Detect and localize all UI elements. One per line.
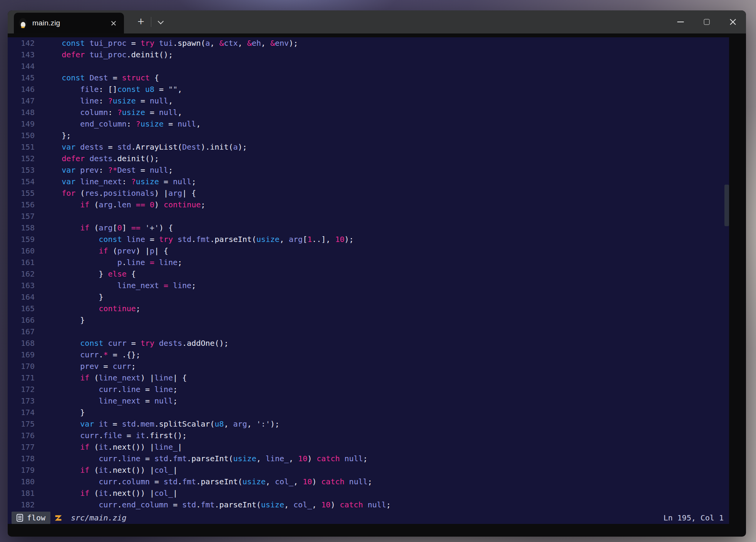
code-line[interactable]: 168 const curr = try dests.addOne();	[8, 337, 729, 349]
line-number: 175	[8, 418, 35, 430]
code-line[interactable]: 154 var line_next: ?usize = null;	[8, 176, 729, 187]
line-number: 151	[8, 141, 35, 153]
editor[interactable]: 142 const tui_proc = try tui.spawn(a, &c…	[8, 37, 729, 524]
flow-mode-label: flow	[27, 513, 45, 522]
line-number: 154	[8, 176, 35, 187]
code-line[interactable]: 170 prev = curr;	[8, 360, 729, 372]
line-number: 149	[8, 118, 35, 130]
code-line[interactable]: 157	[8, 210, 729, 222]
line-number: 142	[8, 37, 35, 49]
line-number: 177	[8, 441, 35, 453]
tab-title: main.zig	[32, 19, 60, 27]
code-line[interactable]: 143 defer tui_proc.deinit();	[8, 49, 729, 60]
line-number: 163	[8, 280, 35, 291]
line-number: 174	[8, 407, 35, 418]
code-line[interactable]: 163 line_next = line;	[8, 280, 729, 291]
line-number: 159	[8, 233, 35, 245]
code-line[interactable]: 178 curr.line = std.fmt.parseInt(usize, …	[8, 453, 729, 464]
line-number: 145	[8, 72, 35, 83]
code-line[interactable]: 142 const tui_proc = try tui.spawn(a, &c…	[8, 37, 729, 49]
tab-dropdown-button[interactable]	[154, 15, 168, 29]
code-line[interactable]: 173 line_next = null;	[8, 395, 729, 407]
maximize-icon	[704, 19, 710, 25]
code-line[interactable]: 180 curr.column = std.fmt.parseInt(usize…	[8, 476, 729, 487]
line-number: 165	[8, 303, 35, 314]
code-line[interactable]: 160 if (prev) |p| {	[8, 245, 729, 257]
line-number: 155	[8, 187, 35, 199]
statusbar: flow src/main.zig Ln 195, Col 1	[8, 512, 729, 524]
code-line[interactable]: 167	[8, 326, 729, 337]
code-line[interactable]: 145 const Dest = struct {	[8, 72, 729, 83]
zig-logo-icon	[54, 514, 62, 522]
line-number: 178	[8, 453, 35, 464]
line-number: 144	[8, 60, 35, 72]
line-number: 180	[8, 476, 35, 487]
line-number: 152	[8, 153, 35, 164]
tab-close-button[interactable]	[109, 18, 119, 28]
code-line[interactable]: 174 }	[8, 407, 729, 418]
line-number: 153	[8, 164, 35, 176]
minimize-icon	[677, 22, 684, 22]
line-number: 147	[8, 95, 35, 107]
cursor-position[interactable]: Ln 195, Col 1	[663, 513, 724, 522]
line-number: 173	[8, 395, 35, 407]
line-number: 182	[8, 499, 35, 510]
code-line[interactable]: 159 const line = try std.fmt.parseInt(us…	[8, 233, 729, 245]
code-line[interactable]: 176 curr.file = it.first();	[8, 430, 729, 441]
line-number: 146	[8, 83, 35, 95]
tab-main-zig[interactable]: main.zig	[14, 13, 124, 33]
line-number: 150	[8, 130, 35, 141]
code-line[interactable]: 177 if (it.next()) |line_|	[8, 441, 729, 453]
code-line[interactable]: 152 defer dests.deinit();	[8, 153, 729, 164]
code-line[interactable]: 171 if (line_next) |line| {	[8, 372, 729, 384]
new-tab-button[interactable]: +	[133, 14, 149, 30]
code-line[interactable]: 153 var prev: ?*Dest = null;	[8, 164, 729, 176]
terminal-window: main.zig + 142 const tui_proc = try tui.…	[8, 10, 746, 537]
code-line[interactable]: 155 for (res.positionals) |arg| {	[8, 187, 729, 199]
code-line[interactable]: 161 p.line = line;	[8, 257, 729, 268]
maximize-button[interactable]	[694, 10, 720, 33]
line-number: 179	[8, 464, 35, 476]
code-line[interactable]: 156 if (arg.len == 0) continue;	[8, 199, 729, 210]
line-number: 164	[8, 291, 35, 303]
line-number: 167	[8, 326, 35, 337]
scrollbar-thumb[interactable]	[724, 185, 729, 226]
titlebar[interactable]: main.zig +	[8, 10, 746, 33]
line-number: 166	[8, 314, 35, 326]
code-line[interactable]: 147 line: ?usize = null,	[8, 95, 729, 107]
code-line[interactable]: 144	[8, 60, 729, 72]
plus-icon: +	[137, 15, 144, 28]
code-line[interactable]: 158 if (arg[0] == '+') {	[8, 222, 729, 233]
line-number: 171	[8, 372, 35, 384]
line-number: 143	[8, 49, 35, 60]
code-line[interactable]: 175 var it = std.mem.splitScalar(u8, arg…	[8, 418, 729, 430]
code-line[interactable]: 169 curr.* = .{};	[8, 349, 729, 360]
code-area[interactable]: 142 const tui_proc = try tui.spawn(a, &c…	[8, 37, 729, 510]
close-icon	[111, 20, 117, 26]
file-path: src/main.zig	[71, 513, 127, 522]
code-line[interactable]: 165 continue;	[8, 303, 729, 314]
close-button[interactable]	[720, 10, 746, 33]
code-line[interactable]: 150 };	[8, 130, 729, 141]
code-line[interactable]: 146 file: []const u8 = "",	[8, 83, 729, 95]
close-icon	[729, 18, 736, 25]
code-line[interactable]: 162 } else {	[8, 268, 729, 280]
code-line[interactable]: 164 }	[8, 291, 729, 303]
flow-mode-button[interactable]: flow	[12, 512, 50, 524]
line-number: 172	[8, 384, 35, 395]
code-line[interactable]: 182 curr.end_column = std.fmt.parseInt(u…	[8, 499, 729, 510]
line-number: 162	[8, 268, 35, 280]
code-line[interactable]: 148 column: ?usize = null,	[8, 107, 729, 118]
line-number: 181	[8, 487, 35, 499]
code-line[interactable]: 149 end_column: ?usize = null,	[8, 118, 729, 130]
code-line[interactable]: 166 }	[8, 314, 729, 326]
line-number: 148	[8, 107, 35, 118]
code-line[interactable]: 181 if (it.next()) |col_|	[8, 487, 729, 499]
document-lines-icon	[17, 514, 23, 522]
line-number: 161	[8, 257, 35, 268]
code-line[interactable]: 179 if (it.next()) |col_|	[8, 464, 729, 476]
line-number: 160	[8, 245, 35, 257]
minimize-button[interactable]	[667, 10, 694, 33]
code-line[interactable]: 172 curr.line = line;	[8, 384, 729, 395]
code-line[interactable]: 151 var dests = std.ArrayList(Dest).init…	[8, 141, 729, 153]
